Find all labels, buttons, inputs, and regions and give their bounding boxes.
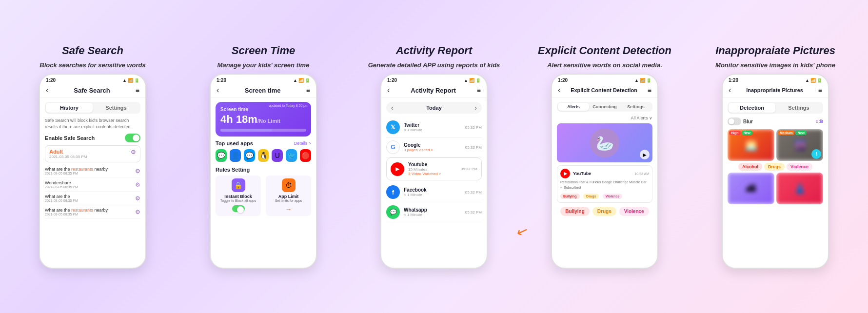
activity-report-title: Activity Report [396,44,472,57]
search-date-4: 2021-03-05 08:35 PM [45,213,108,216]
image-grid-bottom: 🏙 👗 [728,173,823,204]
detection-tab[interactable]: Detection [729,103,775,113]
twitter-app-icon[interactable]: 🐦 [286,149,297,162]
whatsapp-app-icon[interactable]: 💬 [216,149,227,162]
screen-back-button[interactable]: ‹ [217,86,219,95]
inapp-back-button[interactable]: ‹ [729,86,731,95]
whatsapp-icon: 💬 [386,205,400,219]
whatsapp-sub: < 1 Minute [404,213,461,217]
google-app-name: Google [404,142,461,148]
screen-time-title: Screen Time [232,44,295,57]
search-item-2: Wondershare 2021-03-05 08:35 PM ⚙ [45,178,140,192]
explicit-header-title: Explicit Content Detection [571,87,637,93]
pics-tags: Alcohol Drugs Violence [728,163,823,171]
image-thumb-2: 🌆 Medium New ! [776,129,823,161]
tab-history[interactable]: History [46,103,93,113]
alcohol-tag: Alcohol [738,163,762,171]
activity-header-title: Activity Report [411,87,455,94]
date-prev-button[interactable]: ‹ [391,104,394,112]
details-link[interactable]: Details > [294,141,311,146]
tab-settings[interactable]: Settings [93,103,139,113]
activity-report-phone: 1:20 ▲ 📶 🔋 ‹ Activity Report ≡ ‹ Today › [380,74,488,269]
gear-icon-4[interactable]: ⚙ [135,209,140,215]
safe-search-toggle[interactable] [125,134,140,142]
bird-image: 🦢 [590,128,619,157]
activity-back-button[interactable]: ‹ [387,86,390,95]
video-header: ▶ YouTube 10:32 AM [560,169,649,178]
content-image: 🦢 ▶ [557,123,652,162]
explicit-back-button[interactable]: ‹ [558,86,560,95]
search-text-4: What are the restaurants nearby [45,208,108,213]
youtube-sub: 15 Minutes [408,167,457,172]
tab-row: History Settings [45,102,140,114]
blur-toggle-row: Blur [728,117,753,125]
google-sub[interactable]: 3 pages visited > [404,148,461,152]
violence-tag-video: Violence [603,194,623,199]
gear-icon-3[interactable]: ⚙ [135,195,140,202]
explicit-content-phone: 1:20 ▲ 📶 🔋 ‹ Explicit Content Detection … [551,74,658,269]
date-next-button[interactable]: › [474,104,477,112]
app-icons-row: 💬 👤 💬 🐧 U 🐦 🔴 [216,149,311,162]
search-text-1: What are the restaurants nearby [45,167,108,172]
yt-icon-small: ▶ [560,169,570,178]
search-date-3: 2021-03-05 08:35 PM [45,199,78,202]
edit-link[interactable]: Edit [815,119,823,124]
google-app-icon[interactable]: 🔴 [300,149,311,162]
gear-icon-1[interactable]: ⚙ [135,168,140,175]
activity-menu-button[interactable]: ≡ [477,86,481,94]
inapp-status-time: 1:20 [729,78,738,83]
inapp-phone-header: ‹ Inappropriate Pictures ≡ [723,84,828,98]
pics-drugs-tag: Drugs [764,163,785,171]
instant-block-desc: Toggle to Block all apps [218,199,258,202]
alerts-tab[interactable]: Alerts [558,103,589,111]
screen-time-card-label: Screen time [220,107,306,112]
explicit-menu-button[interactable]: ≡ [648,86,651,94]
menu-button[interactable]: ≡ [136,86,139,94]
inapp-settings-tab[interactable]: Settings [775,103,822,113]
penguin-app-icon[interactable]: 🐧 [258,149,269,162]
youtube-sub2[interactable]: 3 Video Watched > [408,172,457,176]
date-nav: ‹ Today › [386,102,482,114]
google-time: 05:32 PM [465,145,482,150]
video-time: 10:32 AM [634,172,649,176]
facebook-app-icon[interactable]: 👤 [230,149,241,162]
gear-icon-2[interactable]: ⚙ [135,181,140,188]
activity-status-time: 1:20 [387,78,397,83]
inapp-menu-button[interactable]: ≡ [818,86,822,94]
pics-violence-tag: Violence [787,163,812,171]
phone-header: ‹ Safe Search ≡ [40,84,145,98]
toggle-label: Enable Safe Search [45,135,95,141]
alert-time: 2021-03-05 08:35 PM [49,155,87,159]
bullying-tag-big: Bullying [560,207,589,216]
filter-row: All Alerts ∨ [557,116,652,120]
settings-tab[interactable]: Settings [620,103,651,111]
activity-report-column: Activity Report Generate detailed APP us… [351,44,517,269]
screen-phone-header: ‹ Screen time ≡ [211,84,316,98]
screen-time-card: updated to Today 8:50 pm Screen time 4h … [216,102,311,137]
instant-block-toggle[interactable] [232,205,245,212]
toggle-row: Enable Safe Search [45,134,140,142]
messenger-app-icon[interactable]: 💬 [244,149,255,162]
explicit-content-title: Explicit Content Detection [538,44,671,57]
app-limit-arrow[interactable]: → [269,205,308,213]
facebook-app-name: Facebook [404,187,461,193]
screen-menu-button[interactable]: ≡ [306,86,310,94]
explicit-status-icons: ▲ 📶 🔋 [634,78,651,83]
twitter-sub: < 1 Minute [404,128,461,132]
status-icons: ▲ 📶 🔋 [122,78,139,83]
screen-header-title: Screen time [245,87,281,94]
gear-icon[interactable]: ⚙ [131,149,136,156]
play-button[interactable]: ▶ [640,150,650,159]
connecting-tab[interactable]: Connecting [589,103,620,111]
whatsapp-app-name: Whatsapp [404,207,461,213]
badge-row-1: High New [729,131,752,135]
u-app-icon[interactable]: U [272,149,283,162]
rules-title: Rules Setting [216,167,250,173]
blur-toggle[interactable] [728,117,741,125]
back-button[interactable]: ‹ [46,86,48,95]
subscribed-row: Subscribed [560,186,649,189]
explicit-content-desc: Alert sensitive words on social media. [547,61,662,70]
blur-label: Blur [743,119,753,124]
subscribed-badge: Subscribed [564,186,581,189]
filter-button[interactable]: All Alerts ∨ [631,116,652,120]
